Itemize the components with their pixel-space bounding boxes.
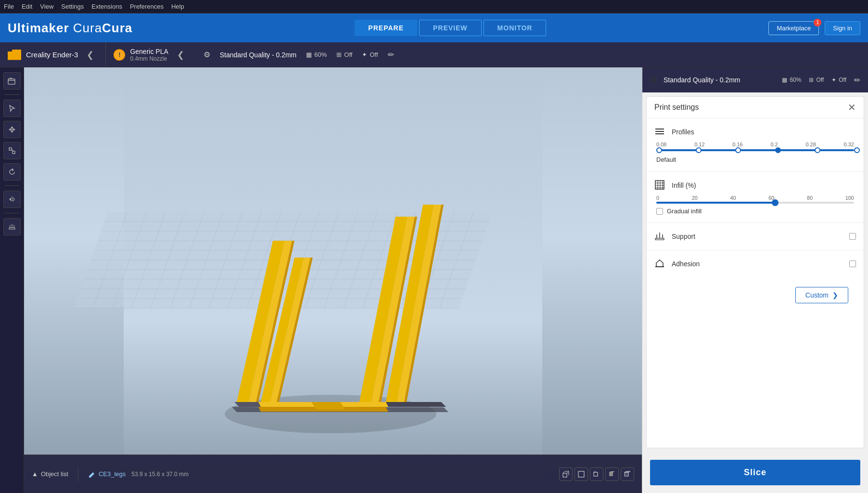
- profile-slider-row: [654, 149, 856, 151]
- tool-select[interactable]: [3, 100, 21, 117]
- menu-preferences[interactable]: Preferences: [130, 3, 164, 10]
- right-panel: ⚙ Standard Quality - 0.2mm ▦ 60% ⊞ Off ✦…: [642, 67, 868, 493]
- preview-button[interactable]: PREVIEW: [419, 20, 482, 36]
- profiles-icon: [654, 126, 666, 138]
- view-solid[interactable]: [605, 467, 619, 481]
- adhesion-value: Off: [370, 51, 378, 58]
- infill-80: 80: [807, 195, 813, 201]
- panel-adhesion-icon: ✦: [831, 77, 836, 83]
- adhesion-row: Adhesion: [654, 258, 856, 270]
- default-label-row: Default: [654, 155, 856, 164]
- view-flat[interactable]: [574, 467, 588, 481]
- gradual-infill-checkbox[interactable]: [656, 208, 663, 215]
- printer-name: Creality Ender-3: [26, 51, 78, 59]
- menu-extensions[interactable]: Extensions: [91, 3, 122, 10]
- menu-view[interactable]: View: [40, 3, 53, 10]
- custom-button[interactable]: Custom ❯: [795, 287, 848, 303]
- svg-rect-73: [655, 133, 664, 134]
- profile-dot-0[interactable]: [656, 147, 662, 153]
- infill-slider-row: [654, 202, 856, 204]
- profile-slider-track[interactable]: [656, 149, 854, 151]
- header: Ultimaker CuraCura PREPARE PREVIEW MONIT…: [0, 13, 868, 42]
- infill-label: Infill (%): [672, 182, 710, 189]
- monitor-button[interactable]: MONITOR: [484, 20, 547, 36]
- svg-marker-68: [609, 471, 615, 472]
- tool-scale[interactable]: [3, 142, 21, 159]
- main-content: ▲ Object list CE3_legs 53.9 x 15.6 x 37.…: [0, 67, 868, 493]
- tool-separator-3: [5, 213, 19, 213]
- pencil-icon: [88, 470, 96, 478]
- quality-panel-icon: ⚙: [650, 75, 658, 85]
- profile-dot-2[interactable]: [735, 147, 741, 153]
- profile-dot-4[interactable]: [815, 147, 820, 153]
- support-value: Off: [344, 51, 352, 58]
- header-right: Marketplace 1 Sign in: [768, 21, 860, 35]
- default-label: Default: [656, 156, 676, 163]
- tool-mirror[interactable]: [3, 191, 21, 208]
- material-section: ! Generic PLA 0.4mm Nozzle ❮: [106, 42, 195, 67]
- nozzle-size: 0.4mm Nozzle: [130, 55, 168, 62]
- tool-support[interactable]: [3, 218, 21, 235]
- support-label: Support: [672, 233, 695, 240]
- menu-edit[interactable]: Edit: [22, 3, 32, 10]
- infill-slider-thumb[interactable]: [772, 199, 779, 206]
- object-list-label: Object list: [41, 470, 68, 478]
- signin-button[interactable]: Sign in: [825, 21, 860, 35]
- profiles-row: Profiles: [654, 126, 856, 138]
- slice-button[interactable]: Slice: [650, 460, 860, 485]
- tool-rotate[interactable]: [3, 163, 21, 181]
- profile-dot-3[interactable]: [775, 147, 781, 153]
- panel-edit-icon[interactable]: ✏: [854, 76, 860, 85]
- marketplace-button[interactable]: Marketplace 1: [768, 21, 819, 35]
- profile-dot-5[interactable]: [854, 147, 860, 153]
- adhesion-section: Adhesion: [647, 250, 864, 277]
- material-info: Generic PLA 0.4mm Nozzle: [130, 48, 168, 62]
- pv-008: 0.08: [656, 142, 666, 147]
- prepare-button[interactable]: PREPARE: [355, 20, 417, 36]
- left-toolbar: [0, 67, 24, 493]
- menu-settings[interactable]: Settings: [61, 3, 84, 10]
- printer-prev-button[interactable]: ❮: [83, 50, 98, 60]
- printer-section: Creality Ender-3 ❮: [0, 42, 106, 67]
- gradual-infill-row: Gradual infill: [654, 208, 856, 215]
- svg-rect-59: [563, 473, 567, 477]
- menu-help[interactable]: Help: [171, 3, 184, 10]
- material-prev-button[interactable]: ❮: [173, 50, 188, 60]
- svg-rect-67: [609, 472, 613, 476]
- infill-icon: ▦: [306, 51, 312, 58]
- quality-edit-icon[interactable]: ✏: [388, 50, 394, 59]
- viewport[interactable]: ▲ Object list CE3_legs 53.9 x 15.6 x 37.…: [24, 67, 642, 493]
- panel-infill-val: 60%: [790, 77, 801, 83]
- object-list-toggle[interactable]: ▲ Object list: [32, 470, 68, 478]
- infill-slider-track[interactable]: [656, 202, 854, 204]
- adhesion-checkbox[interactable]: [849, 260, 856, 267]
- infill-value: 60%: [314, 51, 327, 58]
- settings-title-bar: Print settings ✕: [647, 97, 864, 118]
- svg-marker-58: [311, 402, 345, 409]
- infill-20: 20: [692, 195, 698, 201]
- menu-file[interactable]: File: [4, 3, 14, 10]
- svg-rect-81: [655, 238, 664, 240]
- support-row: Support: [654, 231, 856, 242]
- pv-028: 0.28: [805, 142, 816, 147]
- pv-032: 0.32: [844, 142, 854, 147]
- material-warning-icon: !: [114, 49, 125, 61]
- view-perspective[interactable]: [559, 467, 573, 481]
- view-wireframe[interactable]: [590, 467, 603, 481]
- support-checkbox[interactable]: [849, 233, 856, 240]
- tool-move[interactable]: [3, 121, 21, 138]
- quality-adhesion-setting: ✦ Off: [362, 51, 378, 58]
- menu-bar: File Edit View Settings Extensions Prefe…: [0, 0, 868, 13]
- profile-dot-1[interactable]: [696, 147, 702, 153]
- panel-quality-header: ⚙ Standard Quality - 0.2mm ▦ 60% ⊞ Off ✦…: [642, 67, 868, 92]
- logo-second: Cura: [73, 21, 102, 35]
- view-icons: [559, 467, 634, 481]
- panel-adhesion-setting: ✦ Off: [831, 77, 846, 83]
- view-xray[interactable]: [621, 467, 634, 481]
- infill-40: 40: [730, 195, 736, 201]
- settings-close-button[interactable]: ✕: [848, 103, 856, 112]
- tool-open-file[interactable]: [3, 72, 21, 90]
- svg-rect-0: [8, 79, 15, 84]
- panel-support-icon: ⊞: [809, 77, 814, 83]
- svg-rect-71: [655, 129, 664, 130]
